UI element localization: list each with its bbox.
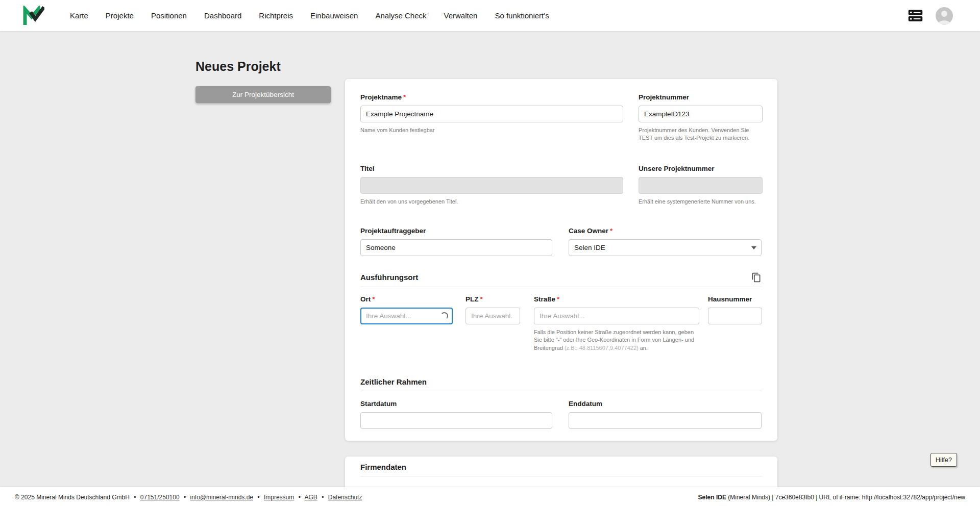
nav-item-einbauweisen[interactable]: Einbauweisen (310, 11, 358, 20)
footer-separator: • (257, 494, 259, 501)
projektauftraggeber-label: Projektauftraggeber (360, 227, 552, 235)
unsere-projektnummer-helper: Erhält eine systemgenerierte Nummer von … (639, 198, 763, 206)
titel-label-text: Titel (360, 165, 375, 172)
field-titel: Titel Erhält den von uns vorgegebenen Ti… (360, 165, 623, 206)
help-button[interactable]: Hilfe? (930, 453, 957, 467)
mineral-minds-logo[interactable] (23, 5, 44, 27)
projektnummer-label-text: Projektnummer (639, 93, 689, 101)
chevron-down-icon (751, 246, 756, 249)
unsere-projektnummer-label-text: Unsere Projektnummer (639, 165, 715, 172)
case-owner-selected-value: Selen IDE (574, 244, 605, 251)
project-overview-button[interactable]: Zur Projektübersicht (195, 86, 331, 103)
footer-link-agb[interactable]: AGB (305, 494, 317, 501)
field-projektnummer: Projektnummer Projektnummer des Kunden. … (639, 93, 763, 142)
startdatum-label-text: Startdatum (360, 400, 397, 408)
top-navbar: Karte Projekte Positionen Dashboard Rich… (0, 0, 980, 31)
footer-separator: • (184, 494, 186, 501)
navbar-right (908, 7, 953, 24)
case-owner-select[interactable]: Selen IDE (569, 239, 762, 256)
projektnummer-label: Projektnummer (639, 93, 763, 101)
footer-separator: • (134, 494, 136, 501)
user-avatar-icon (936, 7, 953, 24)
section-divider (360, 287, 762, 287)
nav-item-analyse-check[interactable]: Analyse Check (375, 11, 426, 20)
enddatum-label: Enddatum (569, 400, 762, 408)
nav-item-projekte[interactable]: Projekte (106, 11, 134, 20)
field-strasse: Straße* Falls die Position keiner Straße… (534, 295, 699, 352)
nav-item-so-funktionierts[interactable]: So funktioniert's (495, 11, 549, 20)
field-enddatum: Enddatum (569, 400, 762, 429)
field-projektauftraggeber: Projektauftraggeber (360, 227, 552, 256)
footer-link-phone[interactable]: 07151/250100 (140, 494, 180, 501)
server-icon[interactable] (908, 9, 923, 22)
projektname-label-text: Projektname (360, 93, 402, 101)
hausnummer-label: Hausnummer (708, 295, 762, 303)
nav-item-dashboard[interactable]: Dashboard (204, 11, 241, 20)
titel-helper: Erhält den von uns vorgegebenen Titel. (360, 198, 623, 206)
page-title: Neues Projekt (195, 59, 281, 74)
hausnummer-label-text: Hausnummer (708, 295, 752, 303)
ort-input[interactable] (360, 308, 453, 324)
field-case-owner: Case Owner* Selen IDE (569, 227, 762, 256)
field-unsere-projektnummer: Unsere Projektnummer Erhält eine systemg… (639, 165, 763, 206)
ort-label: Ort* (360, 295, 453, 303)
footer-link-impressum[interactable]: Impressum (264, 494, 294, 501)
required-asterisk: * (557, 295, 559, 303)
footer-left: © 2025 Mineral Minds Deutschland GmbH • … (15, 494, 362, 501)
ausfuehrungsort-heading: Ausführungsort (360, 273, 418, 282)
strasse-label: Straße* (534, 295, 699, 303)
user-avatar[interactable] (936, 7, 953, 24)
strasse-input[interactable] (534, 308, 699, 324)
required-asterisk: * (372, 295, 375, 303)
field-projektname: Projektname* Name vom Kunden festlegbar (360, 93, 623, 134)
unsere-projektnummer-label: Unsere Projektnummer (639, 165, 763, 172)
strasse-helper-example: (z.B.: 48.8115607,9.4077422) (565, 345, 639, 351)
footer-session-info: Selen IDE (Mineral Minds) | 7ce360e83fb0… (698, 494, 965, 501)
main-nav: Karte Projekte Positionen Dashboard Rich… (70, 11, 549, 20)
unsere-projektnummer-input (639, 177, 763, 194)
firmendaten-heading: Firmendaten (360, 463, 406, 471)
projektname-input[interactable] (360, 106, 623, 122)
footer-separator: • (299, 494, 301, 501)
copy-icon[interactable] (750, 272, 763, 284)
field-hausnummer: Hausnummer (708, 295, 762, 324)
projektauftraggeber-label-text: Projektauftraggeber (360, 227, 426, 235)
required-asterisk: * (480, 295, 483, 303)
startdatum-input[interactable] (360, 412, 552, 429)
field-ort: Ort* (360, 295, 453, 324)
ort-input-wrap (360, 308, 453, 324)
nav-item-karte[interactable]: Karte (70, 11, 88, 20)
footer: © 2025 Mineral Minds Deutschland GmbH • … (0, 487, 980, 507)
nav-item-richtpreis[interactable]: Richtpreis (259, 11, 293, 20)
projektnummer-input[interactable] (639, 106, 763, 122)
footer-link-email[interactable]: info@mineral-minds.de (190, 494, 253, 501)
project-form-card: Projektname* Name vom Kunden festlegbar … (345, 79, 777, 441)
footer-link-datenschutz[interactable]: Datenschutz (328, 494, 362, 501)
projektnummer-helper: Projektnummer des Kunden. Verwenden Sie … (639, 126, 763, 142)
case-owner-label-text: Case Owner (569, 227, 608, 235)
strasse-helper: Falls die Position keiner Straße zugeord… (534, 328, 699, 352)
startdatum-label: Startdatum (360, 400, 552, 408)
case-owner-label: Case Owner* (569, 227, 762, 235)
enddatum-input[interactable] (569, 412, 762, 429)
ort-label-text: Ort (360, 295, 371, 303)
strasse-helper-end: an. (639, 345, 648, 351)
plz-input[interactable] (465, 308, 520, 324)
required-asterisk: * (403, 93, 406, 101)
field-startdatum: Startdatum (360, 400, 552, 429)
projektname-label: Projektname* (360, 93, 623, 101)
projektauftraggeber-input[interactable] (360, 239, 552, 256)
plz-label: PLZ* (465, 295, 520, 303)
footer-copyright: © 2025 Mineral Minds Deutschland GmbH (15, 494, 130, 501)
loading-spinner-icon (440, 312, 448, 320)
enddatum-label-text: Enddatum (569, 400, 602, 408)
nav-item-positionen[interactable]: Positionen (151, 11, 187, 20)
plz-label-text: PLZ (465, 295, 479, 303)
hausnummer-input[interactable] (708, 308, 762, 324)
footer-separator: • (322, 494, 324, 501)
footer-session-rest: (Mineral Minds) | 7ce360e83fb0 | URL of … (726, 494, 965, 501)
titel-label: Titel (360, 165, 623, 172)
section-divider (360, 391, 762, 391)
nav-item-verwalten[interactable]: Verwalten (444, 11, 478, 20)
zeitlicher-rahmen-heading: Zeitlicher Rahmen (360, 377, 427, 386)
